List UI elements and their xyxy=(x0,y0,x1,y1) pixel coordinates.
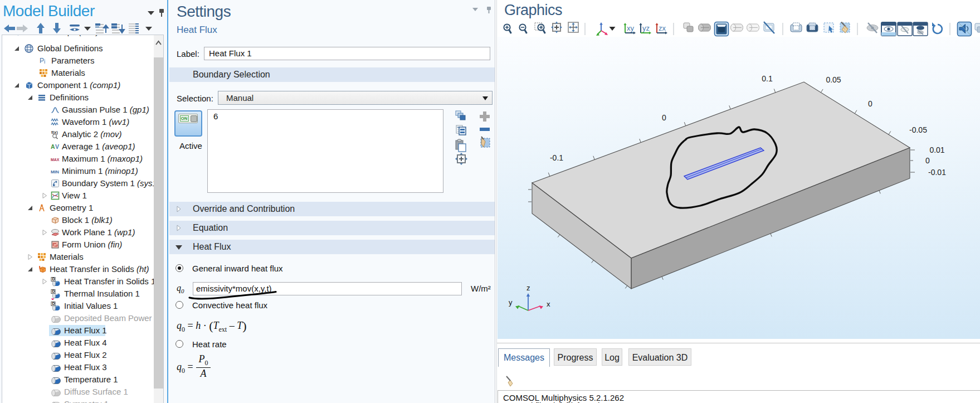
svg-text:zx: zx xyxy=(659,24,666,32)
svg-text:0: 0 xyxy=(925,156,930,165)
svg-text:-0.01: -0.01 xyxy=(928,168,946,177)
svg-text:D: D xyxy=(52,289,55,293)
svg-text:D: D xyxy=(52,277,55,281)
svg-text:yz: yz xyxy=(642,24,650,32)
svg-text:MAX: MAX xyxy=(51,157,60,162)
svg-text:0.1: 0.1 xyxy=(762,74,773,83)
svg-text:A: A xyxy=(51,143,55,150)
svg-text:P: P xyxy=(40,57,44,65)
svg-text:D: D xyxy=(52,302,55,305)
svg-text:i: i xyxy=(44,59,45,65)
svg-text:MIN: MIN xyxy=(51,169,59,174)
svg-text:0.01: 0.01 xyxy=(929,145,944,154)
svg-text:x: x xyxy=(547,300,550,308)
svg-text:0.05: 0.05 xyxy=(826,75,841,84)
svg-text:0: 0 xyxy=(662,113,666,122)
svg-text:V: V xyxy=(55,143,59,150)
svg-text:z: z xyxy=(526,284,530,292)
svg-text:-0.05: -0.05 xyxy=(909,125,927,134)
svg-text:-0.1: -0.1 xyxy=(550,153,563,162)
svg-text:y: y xyxy=(509,298,513,307)
svg-text:xy: xy xyxy=(627,24,635,32)
svg-text:0: 0 xyxy=(868,99,872,108)
